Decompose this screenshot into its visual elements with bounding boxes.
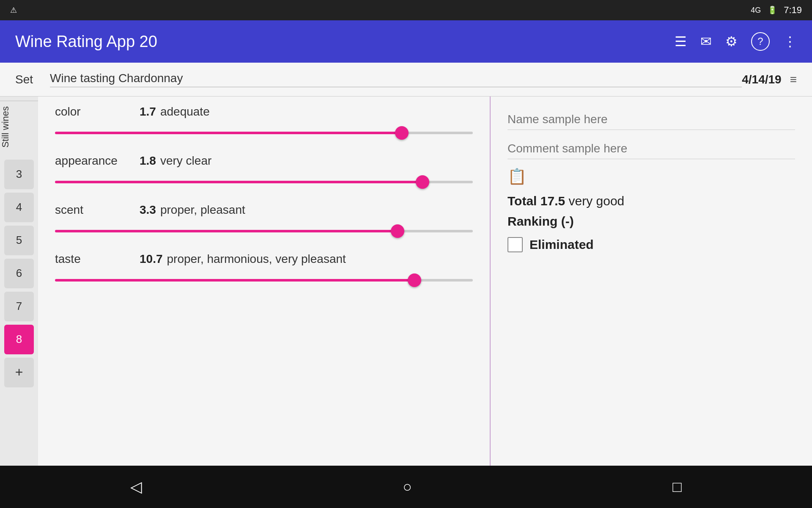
wine-number-5[interactable]: 5 xyxy=(4,226,34,255)
slider-color[interactable] xyxy=(55,124,473,141)
sidebar-label: Still wines xyxy=(0,101,38,153)
slider-appearance[interactable] xyxy=(55,174,473,190)
value-taste: 10.7 xyxy=(140,252,163,266)
category-appearance: appearance xyxy=(55,154,140,168)
wine-number-7[interactable]: 7 xyxy=(4,292,34,321)
battery-icon: 🔋 xyxy=(768,6,777,15)
ratings-panel: color 1.7 adequate appearance 1.8 very c… xyxy=(38,97,491,466)
status-time: 7:19 xyxy=(784,5,802,16)
desc-taste: proper, harmonious, very pleasant xyxy=(167,252,346,266)
sample-comment-input[interactable] xyxy=(508,138,795,159)
app-bar: Wine Rating App 20 ☰ ✉ ⚙ ? ⋮ xyxy=(0,20,812,63)
total-label: Total xyxy=(508,194,537,208)
category-color: color xyxy=(55,105,140,119)
wine-number-3[interactable]: 3 xyxy=(4,160,34,189)
add-wine-button[interactable]: + xyxy=(4,358,34,387)
track-scent xyxy=(55,230,473,232)
track-taste xyxy=(55,279,473,282)
total-row: Total 17.5 very good xyxy=(508,194,795,208)
wine-number-6[interactable]: 6 xyxy=(4,259,34,288)
set-date: 4/14/19 xyxy=(742,73,781,86)
back-button[interactable]: ◁ xyxy=(130,478,142,496)
settings-icon[interactable]: ⚙ xyxy=(725,33,738,50)
value-appearance: 1.8 xyxy=(140,154,156,168)
total-description: very good xyxy=(569,194,625,208)
help-icon[interactable]: ? xyxy=(751,32,770,51)
clipboard-icon[interactable]: 📋 xyxy=(508,168,795,185)
thumb-taste[interactable] xyxy=(408,273,421,287)
eliminated-checkbox[interactable] xyxy=(508,237,523,252)
list-icon[interactable]: ☰ xyxy=(675,33,687,50)
alert-icon: ⚠ xyxy=(10,6,17,15)
info-panel: 📋 Total 17.5 very good Ranking (-) Elimi… xyxy=(491,97,812,466)
rating-row-scent: scent 3.3 proper, pleasant xyxy=(55,203,473,240)
desc-color: adequate xyxy=(160,105,210,119)
signal-icon: 4G xyxy=(751,6,761,15)
app-bar-icons: ☰ ✉ ⚙ ? ⋮ xyxy=(675,32,797,51)
rating-row-color: color 1.7 adequate xyxy=(55,105,473,141)
sample-name-input[interactable] xyxy=(508,109,795,130)
desc-scent: proper, pleasant xyxy=(160,203,245,217)
rating-row-taste: taste 10.7 proper, harmonious, very plea… xyxy=(55,252,473,289)
rating-row-appearance: appearance 1.8 very clear xyxy=(55,154,473,190)
sidebar: Still wines 3 4 5 6 7 8 + xyxy=(0,97,38,466)
home-button[interactable]: ○ xyxy=(403,478,412,496)
thumb-scent[interactable] xyxy=(391,224,404,238)
set-menu-icon[interactable]: ≡ xyxy=(790,73,797,86)
value-scent: 3.3 xyxy=(140,203,156,217)
category-taste: taste xyxy=(55,252,140,266)
ranking-row: Ranking (-) xyxy=(508,214,795,229)
total-value: 17.5 xyxy=(540,194,565,208)
eliminated-row: Eliminated xyxy=(508,237,795,252)
wine-number-8[interactable]: 8 xyxy=(4,325,34,354)
mail-icon[interactable]: ✉ xyxy=(700,33,712,50)
status-bar: ⚠ 4G 🔋 7:19 xyxy=(0,0,812,20)
thumb-appearance[interactable] xyxy=(416,175,429,189)
desc-appearance: very clear xyxy=(160,154,211,168)
slider-taste[interactable] xyxy=(55,272,473,289)
more-icon[interactable]: ⋮ xyxy=(783,33,797,50)
eliminated-label: Eliminated xyxy=(529,237,594,252)
recent-button[interactable]: □ xyxy=(672,478,682,496)
nav-bar: ◁ ○ □ xyxy=(0,466,812,508)
value-color: 1.7 xyxy=(140,105,156,119)
track-appearance xyxy=(55,181,473,183)
app-title: Wine Rating App 20 xyxy=(15,33,675,51)
wine-number-4[interactable]: 4 xyxy=(4,193,34,222)
set-label: Set xyxy=(15,73,33,86)
thumb-color[interactable] xyxy=(395,126,409,140)
main-content: Still wines 3 4 5 6 7 8 + color 1.7 adeq… xyxy=(0,97,812,466)
set-name: Wine tasting Chardonnay xyxy=(50,72,742,87)
category-scent: scent xyxy=(55,203,140,217)
track-color xyxy=(55,132,473,134)
slider-scent[interactable] xyxy=(55,223,473,240)
set-bar: Set Wine tasting Chardonnay 4/14/19 ≡ xyxy=(0,63,812,97)
